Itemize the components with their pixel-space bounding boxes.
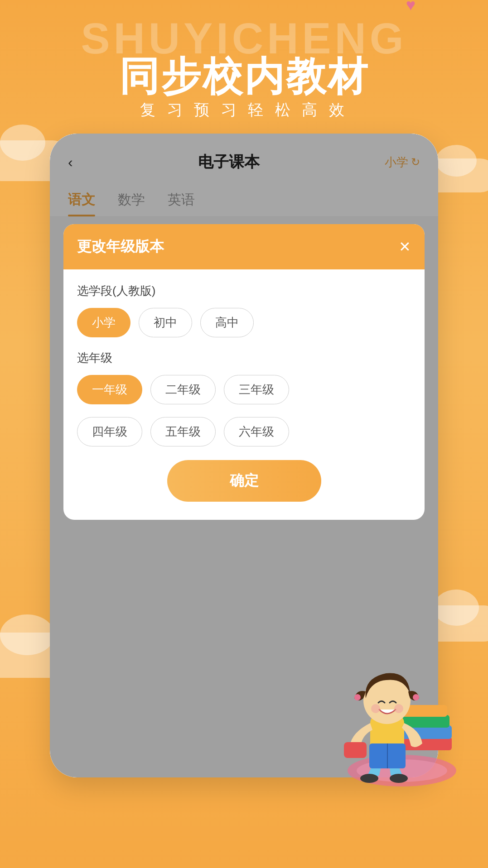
hero-subtitle: 复 习 预 习 轻 松 高 效 [0, 100, 488, 120]
svg-point-7 [390, 774, 408, 783]
grade-3[interactable]: 三年级 [224, 375, 289, 404]
school-section-options: 小学 初中 高中 [77, 308, 411, 337]
school-section-primary[interactable]: 小学 [77, 308, 130, 337]
modal-body: 选学段(人教版) 小学 初中 高中 选年级 一年级 二年级 三年级 四年级 五年… [63, 269, 425, 520]
grade-label: 选年级 [77, 350, 411, 366]
svg-point-13 [371, 704, 380, 713]
grade-options-row2: 四年级 五年级 六年级 [77, 417, 411, 446]
hero-title: 同步校内教材 [0, 50, 488, 104]
svg-rect-9 [344, 742, 367, 758]
grade-2[interactable]: 二年级 [150, 375, 216, 404]
modal-close-button[interactable]: ✕ [399, 238, 411, 255]
grade-options-row1: 一年级 二年级 三年级 [77, 375, 411, 404]
school-section-label: 选学段(人教版) [77, 283, 411, 299]
svg-point-11 [354, 694, 361, 700]
grade-5[interactable]: 五年级 [150, 417, 216, 446]
heart-icon: ♥ [406, 0, 416, 14]
grade-1[interactable]: 一年级 [77, 375, 142, 404]
character-illustration [307, 610, 461, 800]
school-section-high[interactable]: 高中 [200, 308, 254, 337]
confirm-button[interactable]: 确定 [167, 460, 321, 502]
grade-4[interactable]: 四年级 [77, 417, 142, 446]
grade-modal: 更改年级版本 ✕ 选学段(人教版) 小学 初中 高中 选年级 一年级 二年级 三… [63, 224, 425, 520]
grade-6[interactable]: 六年级 [224, 417, 289, 446]
modal-header: 更改年级版本 ✕ [63, 224, 425, 269]
svg-point-6 [360, 774, 378, 783]
svg-point-14 [394, 704, 403, 713]
modal-title: 更改年级版本 [77, 237, 164, 257]
svg-point-12 [413, 694, 419, 700]
school-section-middle[interactable]: 初中 [139, 308, 192, 337]
